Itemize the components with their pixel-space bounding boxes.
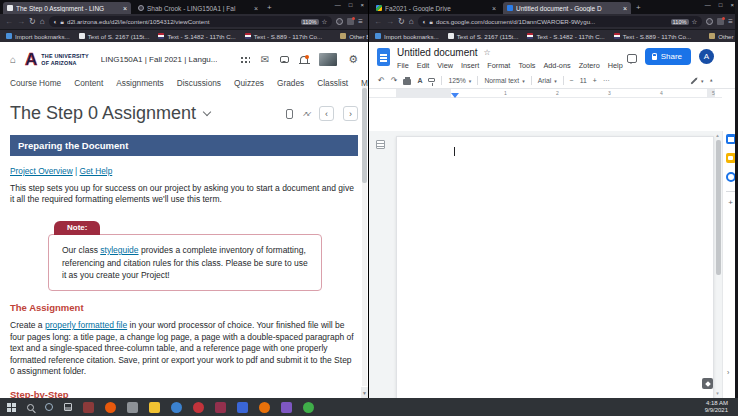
bookmark-s2167[interactable]: Text of S. 2167 (115t... [448,33,519,40]
star-icon[interactable]: ☆ [484,48,491,57]
document-page[interactable] [396,136,714,398]
firefox-icon[interactable] [105,402,116,413]
bell-icon[interactable] [300,56,308,63]
account-icon[interactable] [336,18,343,25]
nav-assignments[interactable]: Assignments [116,78,164,88]
scrollbar[interactable]: ▲ ▼ [716,133,721,396]
taskbar-clock[interactable]: 4:18 AM 9/9/2021 [705,400,731,414]
close-tab-icon[interactable]: × [254,5,258,12]
nav-course-home[interactable]: Course Home [10,78,61,88]
undo-icon[interactable]: ↶ [378,77,385,85]
scroll-up-icon[interactable]: ▲ [714,133,721,138]
chat-icon[interactable] [280,56,289,63]
menu-view[interactable]: View [437,61,453,70]
menu-icon[interactable]: ≡ [728,18,733,26]
keep-icon[interactable] [726,153,736,163]
project-overview-link[interactable]: Project Overview [10,166,73,176]
app-maroon-icon[interactable] [215,402,226,413]
forward-icon[interactable]: → [17,18,25,26]
close-tab-icon[interactable]: × [623,5,627,12]
bookmark-s1482[interactable]: Text - S.1482 - 117th C... [158,33,235,40]
tab-step0-assignment[interactable]: The Step 0 Assignment - LING × [3,2,131,14]
app-blue-icon[interactable] [237,402,248,413]
bookmark-star-icon[interactable]: ☆ [322,18,328,26]
collapse-toolbar-icon[interactable]: ▾ [710,78,713,84]
new-tab-button[interactable]: + [267,3,272,14]
url-field[interactable]: ◐ 🔒︎ d2l.arizona.edu/d2l/le/content/1054… [49,16,333,27]
ruler[interactable]: 1 2 3 4 5 [369,89,722,98]
formatted-file-link[interactable]: properly formatted file [45,320,127,330]
refresh-icon[interactable]: ↻ [29,18,36,26]
bookmark-s2167[interactable]: Text of S. 2167 (115t... [79,33,150,40]
comment-history-icon[interactable] [627,54,637,63]
minimize-button[interactable]: — [705,2,711,8]
document-outline-icon[interactable] [376,140,385,149]
tab-classlist-profile[interactable]: Shab Crook - LING150A1 | Fal × [134,2,262,14]
google-docs-icon[interactable] [377,48,390,66]
spellcheck-icon[interactable]: A [417,77,422,84]
forward-icon[interactable]: → [386,18,394,26]
zoom-badge[interactable]: 110% [301,19,319,25]
bookmark-s1482[interactable]: Text - S.1482 - 117th C... [527,33,604,40]
app-grid-icon[interactable] [240,55,250,65]
zoom-select[interactable]: 125%▾ [448,77,471,84]
previous-button[interactable]: ‹ [319,106,334,121]
tab-google-drive[interactable]: Fa2021 - Google Drive × [372,2,500,14]
avatar[interactable] [319,53,337,66]
nav-classlist[interactable]: Classlist [317,78,348,88]
indent-marker[interactable] [451,93,459,98]
menu-addons[interactable]: Add-ons [543,61,570,70]
app-red-icon[interactable] [193,402,204,413]
maximize-button[interactable]: □ [349,2,353,8]
maximize-button[interactable]: □ [719,2,723,8]
task-view-icon[interactable] [64,403,72,411]
other-bookmarks[interactable]: Other Bookmarks [709,33,738,40]
extension-icon[interactable] [347,18,354,25]
close-tab-icon[interactable]: × [123,5,127,12]
new-tab-button[interactable]: + [636,3,641,14]
microsoft-edge-icon[interactable] [171,402,182,413]
app-dark-red-icon[interactable] [83,402,94,413]
gear-icon[interactable]: ⚙ [348,53,358,66]
nav-quizzes[interactable]: Quizzes [234,78,264,88]
share-button[interactable]: Share [645,48,691,65]
get-help-link[interactable]: Get Help [80,166,113,176]
url-field[interactable]: ◐ 🔒︎ docs.google.com/document/d/1DannCWA… [418,16,703,27]
back-icon[interactable]: ← [5,18,13,26]
nav-discussions[interactable]: Discussions [177,78,221,88]
title-chevron-icon[interactable] [203,108,211,116]
bookmark-s889[interactable]: Text - S.889 - 117th Co... [245,33,322,40]
tasks-icon[interactable] [726,172,736,182]
nav-content[interactable]: Content [74,78,103,88]
shield-icon[interactable]: ◐ [423,18,427,25]
home-icon[interactable]: ⌂ [40,18,45,26]
editing-mode-button[interactable]: ▾ [690,78,704,84]
bookmark-s889[interactable]: Text - S.889 - 117th Co... [614,33,691,40]
menu-insert[interactable]: Insert [461,61,479,70]
shield-icon[interactable]: ◐ [54,18,58,25]
menu-format[interactable]: Format [487,61,510,70]
paint-format-icon[interactable] [428,78,435,82]
font-size-decrease[interactable]: − [570,77,574,84]
app-gray-icon[interactable] [127,402,138,413]
mail-icon[interactable]: ✉ [261,54,269,65]
close-window-button[interactable]: × [360,2,364,8]
print-icon[interactable] [286,109,293,119]
scrollbar-thumb[interactable] [362,88,367,183]
bookmark-import[interactable]: Import bookmarks... [6,33,70,40]
minimize-button[interactable]: — [335,2,341,8]
fullscreen-icon[interactable]: ↗↙ [302,110,310,118]
extension-icon[interactable] [717,18,724,25]
menu-edit[interactable]: Edit [417,61,430,70]
file-explorer-icon[interactable] [149,402,160,413]
nav-grades[interactable]: Grades [277,78,304,88]
close-tab-icon[interactable]: × [492,5,496,12]
menu-zotero[interactable]: Zotero [579,61,600,70]
redo-icon[interactable]: ↷ [391,77,398,85]
course-home-icon[interactable]: ⌂ [10,54,16,65]
show-side-panel-icon[interactable]: › [727,369,729,376]
course-title[interactable]: LING150A1 | Fall 2021 | Langu... [101,55,218,64]
styleguide-link[interactable]: styleguide [100,245,138,255]
university-of-arizona-logo[interactable]: A THE UNIVERSITY OF ARIZONA [25,51,89,68]
scrollbar-thumb[interactable] [716,140,721,275]
